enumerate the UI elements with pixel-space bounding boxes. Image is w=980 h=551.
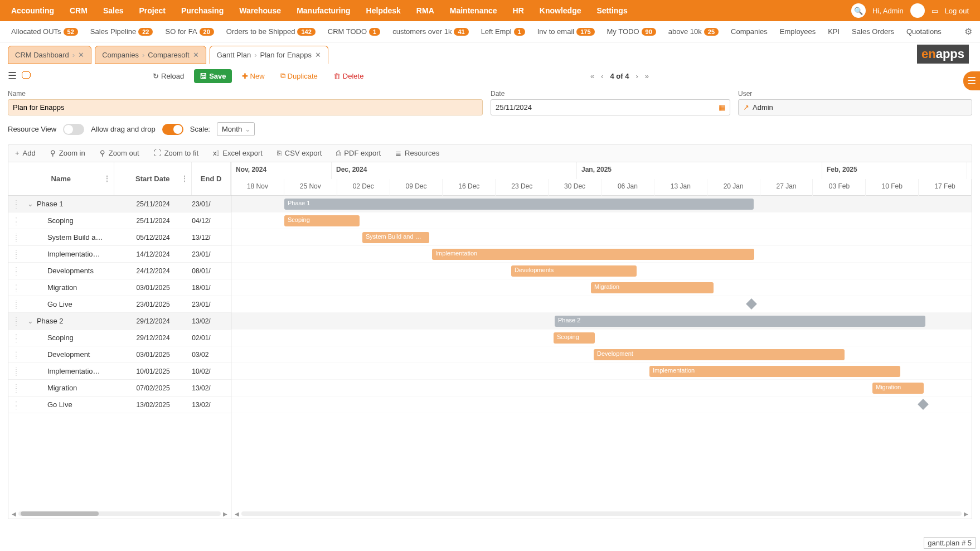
task-row[interactable]: ⋮⋮⌄Phase 229/12/202413/02/	[8, 313, 231, 330]
task-row[interactable]: ⋮⋮Scoping25/11/202404/12/	[8, 212, 231, 229]
close-icon[interactable]: ✕	[315, 51, 321, 59]
shortcut-kpi[interactable]: KPI	[828, 27, 840, 36]
menu-settings[interactable]: Settings	[596, 6, 627, 15]
col-name[interactable]: Name⋮	[8, 162, 114, 195]
pager-next-icon[interactable]: ›	[635, 72, 638, 80]
shortcut-crm-todo[interactable]: CRM TODO1	[328, 27, 380, 36]
menu-purchasing[interactable]: Purchasing	[181, 6, 224, 15]
tab-crm-dashboard[interactable]: CRM Dashboard› ✕	[8, 46, 91, 64]
drag-drop-toggle[interactable]	[162, 124, 183, 135]
task-row[interactable]: ⋮⋮Developments24/12/202408/01/	[8, 263, 231, 279]
task-row[interactable]: ⋮⋮Development03/01/202503/02	[8, 346, 231, 363]
shortcut-sales-pipeline[interactable]: Sales Pipeline22	[90, 27, 153, 36]
tool-zoom-to-fit[interactable]: ⛶Zoom to fit	[154, 149, 198, 157]
list-view-icon[interactable]: ☰	[8, 70, 17, 82]
tool-excel-export[interactable]: x⃞Excel export	[213, 149, 263, 157]
menu-hr[interactable]: HR	[513, 6, 524, 15]
calendar-icon[interactable]: ▦	[719, 103, 725, 112]
task-row[interactable]: ⋮⋮Implementatio…10/01/202510/02/	[8, 363, 231, 380]
date-input[interactable]: 25/11/2024 ▦	[491, 99, 730, 115]
side-menu-toggle[interactable]: ☰	[963, 71, 980, 90]
tool-pdf-export[interactable]: ⎙PDF export	[336, 149, 381, 157]
task-row[interactable]: ⋮⋮Go Live23/01/202523/01/	[8, 296, 231, 313]
drag-handle-icon[interactable]: ⋮⋮	[8, 284, 24, 292]
shortcut-companies[interactable]: Companies	[731, 27, 768, 36]
tool-resources[interactable]: ≣Resources	[395, 149, 439, 157]
gantt-bar[interactable]: Scoping	[554, 332, 595, 344]
drag-handle-icon[interactable]: ⋮⋮	[8, 234, 24, 241]
drag-handle-icon[interactable]: ⋮⋮	[8, 384, 24, 392]
duplicate-button[interactable]: ⧉ Duplicate	[275, 69, 323, 83]
col-end[interactable]: End D	[192, 162, 231, 195]
gantt-bar[interactable]: Implementation	[432, 249, 754, 260]
task-row[interactable]: ⋮⋮Migration03/01/202518/01/	[8, 279, 231, 296]
drag-handle-icon[interactable]: ⋮⋮	[8, 200, 24, 208]
menu-knowledge[interactable]: Knowledge	[540, 6, 581, 15]
menu-maintenance[interactable]: Maintenance	[450, 6, 497, 15]
task-row[interactable]: ⋮⋮⌄Phase 125/11/202423/01/	[8, 196, 231, 212]
delete-button[interactable]: 🗑 Delete	[328, 69, 370, 83]
milestone-diamond[interactable]	[746, 298, 757, 310]
task-row[interactable]: ⋮⋮Migration07/02/202513/02/	[8, 380, 231, 397]
close-icon[interactable]: ✕	[78, 51, 84, 59]
resource-view-toggle[interactable]	[63, 124, 84, 135]
shortcut-so-for-fa[interactable]: SO for FA20	[165, 27, 214, 36]
drag-handle-icon[interactable]: ⋮⋮	[8, 351, 24, 359]
drag-handle-icon[interactable]: ⋮⋮	[8, 267, 24, 275]
pager-prev-icon[interactable]: ‹	[601, 72, 603, 80]
scale-select[interactable]: Month ⌄	[217, 122, 255, 136]
drag-handle-icon[interactable]: ⋮⋮	[8, 401, 24, 409]
new-button[interactable]: ✚ New	[236, 69, 270, 83]
form-view-icon[interactable]: 🖵	[21, 70, 31, 82]
shortcut-orders-to-be-shipped[interactable]: Orders to be Shipped142	[226, 27, 316, 36]
drag-handle-icon[interactable]: ⋮⋮	[8, 334, 24, 342]
search-icon[interactable]: 🔍	[851, 3, 866, 18]
name-input[interactable]	[8, 99, 483, 115]
wallet-icon[interactable]: ▭	[932, 7, 938, 15]
menu-crm[interactable]: CRM	[70, 6, 88, 15]
shortcut-inv-to-email[interactable]: Inv to email175	[537, 27, 595, 36]
gantt-bar[interactable]: Scoping	[284, 215, 360, 226]
task-row[interactable]: ⋮⋮Scoping29/12/202402/01/	[8, 330, 231, 346]
task-row[interactable]: ⋮⋮System Build a…05/12/202413/12/	[8, 229, 231, 246]
pager-last-icon[interactable]: »	[645, 72, 649, 80]
tab-companies[interactable]: Companies›Comparesoft ✕	[95, 46, 206, 64]
shortcut-my-todo[interactable]: My TODO90	[607, 27, 656, 36]
gantt-bar[interactable]: Migration	[591, 282, 714, 293]
menu-rma[interactable]: RMA	[416, 6, 434, 15]
gear-icon[interactable]: ⚙	[964, 26, 972, 37]
shortcut-left-empl[interactable]: Left Empl1	[481, 27, 525, 36]
chart-scrollbar[interactable]: ◀▶	[235, 511, 968, 516]
menu-accounting[interactable]: Accounting	[11, 6, 54, 15]
menu-warehouse[interactable]: Warehouse	[239, 6, 281, 15]
gantt-bar[interactable]: Development	[594, 349, 845, 360]
gantt-bar[interactable]: Phase 2	[555, 316, 925, 327]
reload-button[interactable]: ↻ Reload	[147, 69, 190, 83]
logout-link[interactable]: Log out	[945, 7, 969, 15]
menu-sales[interactable]: Sales	[103, 6, 124, 15]
tool-zoom-in[interactable]: ⚲Zoom in	[50, 149, 85, 157]
shortcut-sales-orders[interactable]: Sales Orders	[852, 27, 894, 36]
task-row[interactable]: ⋮⋮Implementatio…14/12/202423/01/	[8, 246, 231, 263]
gantt-bar[interactable]: Developments	[511, 265, 637, 277]
tab-gantt-plan[interactable]: Gantt Plan›Plan for Enapps ✕	[210, 46, 328, 64]
shortcut-quotations[interactable]: Quotations	[906, 27, 942, 36]
menu-manufacturing[interactable]: Manufacturing	[297, 6, 350, 15]
chevron-down-icon[interactable]: ⌄	[27, 200, 33, 208]
tool-csv-export[interactable]: ⎘CSV export	[277, 149, 322, 157]
gantt-bar[interactable]: System Build and …	[362, 232, 429, 243]
save-button[interactable]: 🖫 Save	[194, 69, 231, 83]
menu-helpdesk[interactable]: Helpdesk	[366, 6, 401, 15]
shortcut-employees[interactable]: Employees	[780, 27, 816, 36]
gantt-bar[interactable]: Implementation	[649, 366, 900, 377]
user-select[interactable]: ↗ Admin	[738, 99, 972, 115]
drag-handle-icon[interactable]: ⋮⋮	[8, 368, 24, 375]
grid-scrollbar[interactable]: ◀▶	[12, 511, 227, 516]
tool-zoom-out[interactable]: ⚲Zoom out	[100, 149, 139, 157]
tool-add[interactable]: +Add	[15, 149, 36, 157]
chevron-down-icon[interactable]: ⌄	[27, 317, 33, 325]
menu-project[interactable]: Project	[139, 6, 165, 15]
drag-handle-icon[interactable]: ⋮⋮	[8, 250, 24, 258]
drag-handle-icon[interactable]: ⋮⋮	[8, 317, 24, 325]
pager-first-icon[interactable]: «	[590, 72, 594, 80]
